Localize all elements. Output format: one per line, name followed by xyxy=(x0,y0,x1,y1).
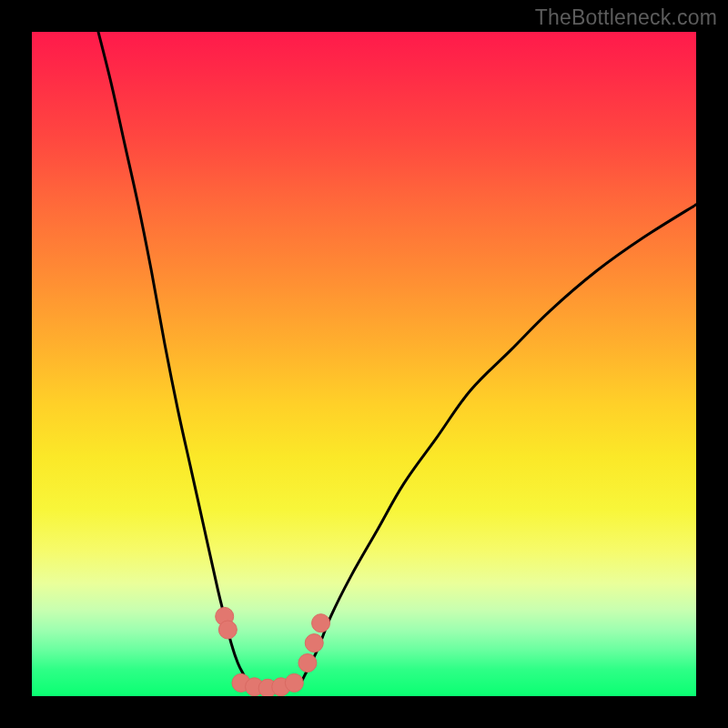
series-group xyxy=(98,32,696,690)
series-left-curve xyxy=(98,32,251,690)
marker-right-dot-2 xyxy=(305,634,323,652)
marker-right-dot-3 xyxy=(312,614,330,632)
outer-frame: TheBottleneck.com xyxy=(0,0,728,728)
marker-right-dot-1 xyxy=(298,654,317,672)
marker-left-dot-2 xyxy=(218,621,237,639)
marker-floor-dot-5 xyxy=(285,673,303,692)
watermark-text: TheBottleneck.com xyxy=(535,5,717,30)
plot-area xyxy=(32,32,696,696)
series-right-curve xyxy=(298,205,696,690)
chart-svg xyxy=(32,32,696,696)
